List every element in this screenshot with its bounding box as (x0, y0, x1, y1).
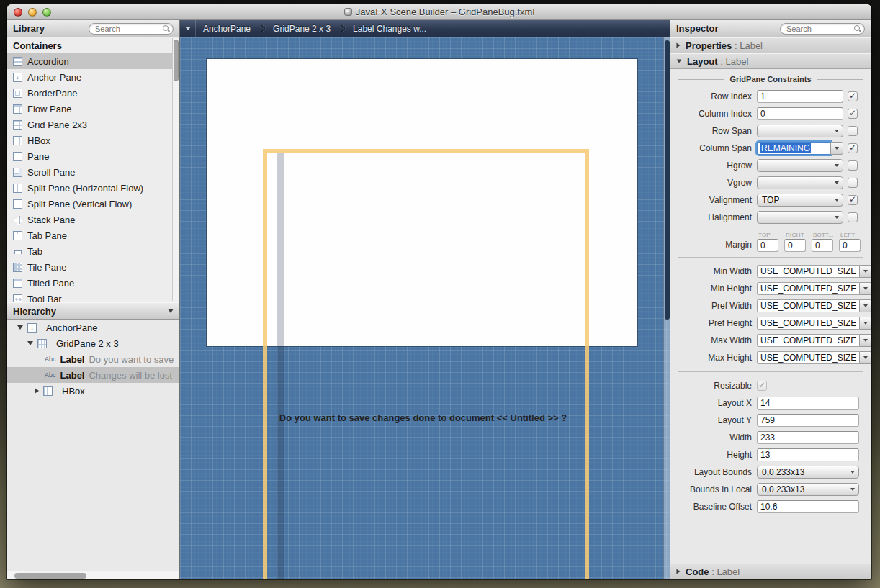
vgrow-checkbox[interactable] (848, 178, 858, 188)
width-input[interactable] (757, 431, 859, 444)
pref-height-combo[interactable]: USE_COMPUTED_SIZE (757, 317, 859, 330)
baseline-offset-input[interactable] (757, 500, 859, 513)
library-item-flow-pane[interactable]: Flow Pane (7, 101, 179, 117)
library-item-pane[interactable]: Pane (7, 148, 179, 164)
library-item-scroll-pane[interactable]: Scroll Pane (7, 164, 179, 180)
library-scrollbar[interactable] (172, 38, 179, 301)
hgrow-checkbox[interactable] (848, 160, 858, 171)
hierarchy-node-label-1[interactable]: Abc Label Do you want to save (7, 351, 179, 367)
column-span-combo[interactable]: REMAINING (757, 142, 843, 155)
layout-section-header[interactable]: Layout : Label (670, 53, 871, 69)
max-height-combo[interactable]: USE_COMPUTED_SIZE (757, 351, 859, 364)
min-height-combo[interactable]: USE_COMPUTED_SIZE (757, 282, 859, 295)
design-canvas[interactable]: Do you want to save changes done to docu… (180, 37, 670, 579)
layout-y-row: Layout Y (670, 412, 871, 429)
hbox-icon (13, 136, 22, 145)
column-index-input[interactable] (757, 107, 843, 120)
library-search[interactable] (89, 23, 174, 35)
combo-arrow-button[interactable] (859, 299, 871, 312)
expand-icon[interactable] (27, 341, 33, 345)
valignment-checkbox[interactable] (848, 195, 858, 205)
min-width-combo[interactable]: USE_COMPUTED_SIZE (757, 265, 859, 278)
hbox-icon (43, 386, 53, 396)
max-width-combo[interactable]: USE_COMPUTED_SIZE (757, 334, 859, 347)
inspector-search[interactable] (780, 23, 865, 35)
combo-arrow-button[interactable] (859, 265, 871, 278)
zoom-window-button[interactable] (42, 8, 51, 17)
hierarchy-node-label-2[interactable]: Abc Label Changes will be lost (7, 367, 179, 383)
margin-right-input[interactable] (784, 239, 806, 252)
halignment-checkbox[interactable] (848, 212, 858, 222)
library-item-border-pane[interactable]: BorderPane (7, 85, 179, 101)
margin-left-input[interactable] (839, 239, 861, 252)
breadcrumb-menu-button[interactable] (180, 20, 196, 37)
title-bar[interactable]: JavaFX Scene Builder – GridPaneBug.fxml (7, 4, 871, 20)
height-input[interactable] (757, 448, 859, 461)
library-item-grid-pane[interactable]: Grid Pane 2x3 (7, 117, 179, 132)
library-item-tile-pane[interactable]: Tile Pane (7, 259, 179, 275)
row-span-combo[interactable] (757, 125, 843, 137)
expand-icon[interactable] (17, 325, 23, 330)
library-item-accordion[interactable]: Accordion (7, 53, 179, 69)
layout-y-input[interactable] (757, 414, 859, 427)
hierarchy-horizontal-scrollbar[interactable] (7, 571, 179, 579)
hgrow-combo[interactable] (757, 159, 843, 172)
canvas-scrollbar[interactable] (663, 37, 670, 579)
margin-bottom-input[interactable] (812, 239, 833, 252)
hierarchy-scrollbar-thumb[interactable] (14, 573, 86, 579)
library-item-tab[interactable]: Tab (7, 243, 179, 259)
combo-arrow-button[interactable] (859, 282, 871, 295)
library-search-input[interactable] (95, 24, 157, 33)
close-window-button[interactable] (14, 8, 22, 17)
combo-arrow-button[interactable] (859, 351, 871, 364)
collapse-icon[interactable] (35, 388, 39, 394)
column-span-checkbox[interactable] (848, 143, 858, 153)
combo-arrow-button[interactable] (830, 142, 843, 155)
bounds-in-local-combo[interactable]: 0,0 233x13 (757, 483, 859, 496)
pane-icon (13, 152, 22, 161)
library-item-anchor-pane[interactable]: Anchor Pane (7, 69, 179, 85)
hierarchy-title: Hierarchy (13, 306, 56, 317)
hierarchy-node-gridpane[interactable]: GridPane 2 x 3 (7, 335, 179, 351)
margin-top-input[interactable] (757, 239, 778, 252)
row-index-checkbox[interactable] (848, 91, 858, 101)
breadcrumb-item-anchorpane[interactable]: AnchorPane (196, 24, 258, 34)
hierarchy-node-hbox[interactable]: HBox (7, 383, 179, 399)
library-item-tool-bar[interactable]: Tool Bar (7, 291, 179, 302)
layout-bounds-combo[interactable]: 0,0 233x13 (757, 466, 859, 479)
minimize-window-button[interactable] (28, 8, 37, 17)
window-title: JavaFX Scene Builder – GridPaneBug.fxml (344, 6, 535, 17)
margin-row: Margin TOP RIGHT BOTT... LEFT (670, 226, 871, 252)
combo-arrow-button[interactable] (859, 334, 871, 347)
library-item-split-pane-horizontal[interactable]: Split Pane (Horizontal Flow) (7, 180, 179, 196)
library-scrollbar-thumb[interactable] (174, 40, 179, 81)
breadcrumb-item-gridpane[interactable]: GridPane 2 x 3 (266, 24, 338, 34)
row-index-input[interactable] (757, 90, 843, 103)
library-item-hbox[interactable]: HBox (7, 132, 179, 148)
pref-width-combo[interactable]: USE_COMPUTED_SIZE (757, 299, 859, 312)
canvas-label-text[interactable]: Do you want to save changes done to docu… (252, 412, 594, 423)
library-item-titled-pane[interactable]: Titled Pane (7, 275, 179, 291)
properties-section-header[interactable]: Properties : Label (670, 37, 871, 53)
search-icon (853, 24, 861, 32)
inspector-search-input[interactable] (786, 24, 848, 33)
layout-x-input[interactable] (757, 397, 859, 410)
column-index-checkbox[interactable] (848, 109, 858, 119)
layout-bounds-row: Layout Bounds 0,0 233x13 (670, 463, 871, 481)
row-span-checkbox[interactable] (848, 126, 858, 136)
halignment-combo[interactable] (757, 211, 843, 224)
breadcrumb-item-label[interactable]: Label Changes w... (346, 24, 434, 34)
gridpane-column-strip-lower (277, 346, 284, 579)
valignment-combo[interactable]: TOP (757, 194, 843, 207)
hierarchy-menu-icon[interactable] (168, 309, 174, 313)
hierarchy-node-anchorpane[interactable]: AnchorPane (7, 320, 179, 335)
code-section-header[interactable]: Code : Label (670, 564, 871, 579)
canvas-scrollbar-thumb[interactable] (665, 40, 670, 320)
library-item-split-pane-vertical[interactable]: Split Pane (Vertical Flow) (7, 196, 179, 212)
library-list: Containers Accordion Anchor Pane BorderP… (7, 37, 179, 302)
chevron-down-icon (850, 488, 855, 491)
library-item-tab-pane[interactable]: Tab Pane (7, 227, 179, 243)
combo-arrow-button[interactable] (859, 317, 871, 330)
library-item-stack-pane[interactable]: Stack Pane (7, 212, 179, 227)
vgrow-combo[interactable] (757, 176, 843, 189)
